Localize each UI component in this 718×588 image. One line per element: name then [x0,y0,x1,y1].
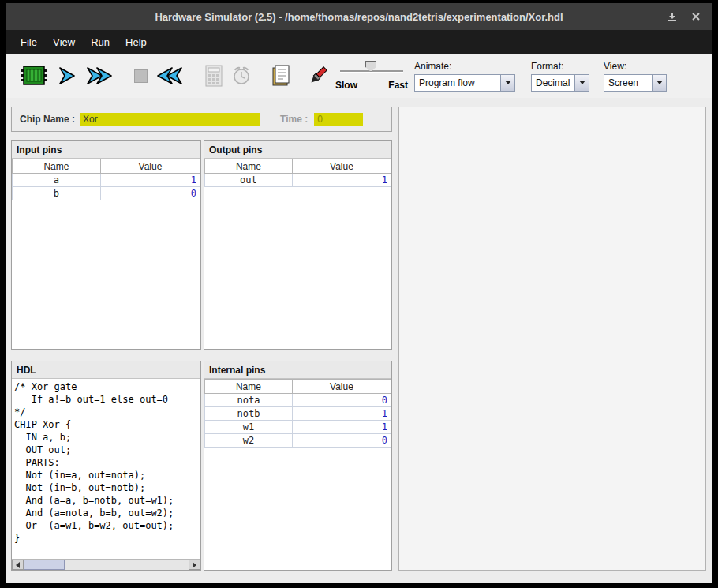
scrollbar-thumb[interactable] [24,560,65,570]
speed-slider[interactable]: Slow Fast [340,59,403,92]
hdl-line: And (a=nota, b=b, out=w2); [14,507,198,519]
hdl-code: /* Xor gate If a!=b out=1 else out=0 */ … [12,379,200,559]
chevron-down-icon[interactable] [500,75,514,91]
pin-name: notb [205,407,293,421]
triangle-right-icon [193,562,196,568]
view-hdl-button[interactable] [271,65,291,87]
single-step-button[interactable] [55,66,77,86]
scrollbar-track[interactable] [24,560,189,570]
pin-value: 1 [292,174,391,187]
chevron-down-icon[interactable] [574,75,589,91]
run-button[interactable] [85,66,114,86]
hdl-title: HDL [12,361,200,379]
animate-dropdown[interactable]: Program flow [414,74,515,92]
hdl-line: Or (a=w1, b=w2, out=out); [14,519,198,532]
hdl-line: } [14,532,198,545]
pin-value: 1 [292,407,391,421]
menu-item-view[interactable]: View [45,30,83,54]
column-header-value: Value [292,380,391,394]
menu-item-run[interactable]: Run [83,30,118,54]
view-value: Screen [604,75,652,91]
stop-button[interactable] [134,69,148,83]
table-row: w1 1 [205,421,391,434]
output-pins-table: Name Value out 1 [204,159,391,187]
stop-square-icon [134,69,148,83]
hdl-line: /* Xor gate [14,380,198,393]
hdl-line: CHIP Xor { [14,418,198,431]
chevron-down-icon[interactable] [652,75,666,91]
column-header-value: Value [100,159,200,174]
hdl-line: PARTS: [14,456,198,469]
hdl-line: Not (in=b, out=notb); [14,481,198,494]
pin-name: b [13,187,101,200]
column-header-name: Name [13,159,101,174]
output-pins-title: Output pins [204,141,391,159]
internal-pins-title: Internal pins [204,361,391,379]
view-control: View: Screen [604,61,667,92]
hdl-horizontal-scrollbar[interactable] [12,559,200,570]
column-header-name: Name [205,380,293,394]
format-dropdown[interactable]: Decimal [531,74,589,92]
book-icon [271,65,291,87]
hdl-panel: HDL /* Xor gate If a!=b out=1 else out=0… [11,361,201,571]
forward-arrow-icon [55,66,77,86]
table-header-row: Name Value [205,159,391,174]
hdl-line: IN a, b; [14,431,198,444]
pin-value[interactable]: 0 [100,187,200,200]
table-row: notb 1 [205,407,391,421]
menu-item-file[interactable]: File [13,30,45,54]
clock-icon [231,65,252,87]
table-row: out 1 [205,174,391,187]
time-label: Time : [280,114,308,125]
chip-name-label: Chip Name : [20,114,75,125]
chip-icon [21,65,47,87]
pin-name: a [13,174,101,187]
scroll-left-button[interactable] [12,560,24,570]
clear-button[interactable] [307,65,329,87]
minimize-icon [668,12,677,21]
rewind-icon [155,66,184,86]
format-value: Decimal [532,75,574,91]
load-chip-button[interactable] [21,65,47,87]
reset-button[interactable] [155,66,184,86]
input-pins-panel: Input pins Name Value a 1 b 0 [11,140,201,350]
table-row: w2 0 [205,434,391,448]
output-pins-panel: Output pins Name Value out 1 [204,140,392,350]
internal-pins-table: Name Value nota 0 notb 1 w1 1 [204,379,391,448]
pin-name: w2 [205,434,293,448]
clock-button[interactable] [231,65,252,87]
minimize-button[interactable] [668,12,677,21]
pin-value: 0 [292,434,391,448]
window-title: Hardware Simulator (2.5) - /home/thomas/… [155,11,563,23]
hdl-line: */ [14,406,198,418]
hdl-line: If a!=b out=1 else out=0 [14,393,198,406]
close-button[interactable] [691,12,701,21]
content-area: Chip Name : Xor Time : 0 Input pins Name… [6,98,712,583]
animate-label: Animate: [414,61,515,72]
table-row: a 1 [13,174,200,187]
chip-name-field[interactable]: Xor [80,113,260,126]
triangle-left-icon [16,562,20,568]
pin-value: 1 [292,421,391,434]
menu-item-help[interactable]: Help [118,30,155,54]
pin-value: 0 [292,394,391,407]
table-header-row: Name Value [205,380,391,394]
pin-name: w1 [205,421,293,434]
time-field: 0 [314,113,363,126]
hdl-line: OUT out; [14,444,198,456]
titlebar: Hardware Simulator (2.5) - /home/thomas/… [6,3,712,30]
table-header-row: Name Value [13,159,200,174]
view-dropdown[interactable]: Screen [604,74,667,92]
format-label: Format: [531,61,589,72]
screen-panel [398,107,706,571]
calculator-button[interactable] [204,65,223,87]
animate-value: Program flow [415,75,500,91]
scroll-right-button[interactable] [189,560,200,570]
fast-label: Fast [388,80,408,91]
pin-value[interactable]: 1 [100,174,200,187]
table-row: b 0 [13,187,200,200]
hdl-line: Not (in=a, out=nota); [14,469,198,481]
app-window: Hardware Simulator (2.5) - /home/thomas/… [6,3,712,583]
column-header-value: Value [292,159,391,174]
slow-label: Slow [335,80,357,91]
